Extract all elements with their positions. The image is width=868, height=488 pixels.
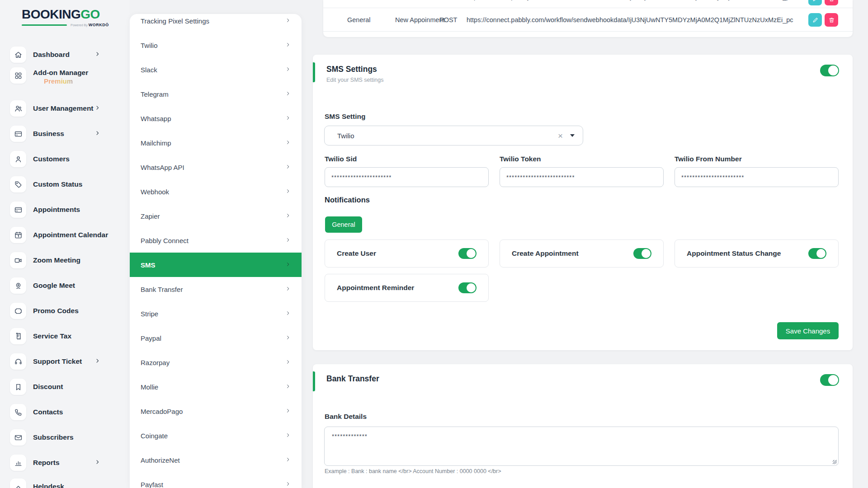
pencil-icon: [812, 0, 819, 2]
sidebar-item-subscribers[interactable]: Subscribers: [0, 425, 105, 450]
sidebar-item-support-ticket[interactable]: Support Ticket: [0, 349, 105, 374]
create-appointment-toggle[interactable]: [633, 248, 651, 259]
settings-nav-item-pabbly-connect[interactable]: Pabbly Connect: [130, 228, 302, 253]
twilio-token-input[interactable]: [500, 167, 664, 187]
save-changes-button[interactable]: Save Changes: [777, 322, 839, 339]
field-label: Twilio Sid: [325, 155, 489, 163]
settings-nav-item-mailchimp[interactable]: Mailchimp: [130, 131, 302, 155]
sidebar-item-custom-status[interactable]: Custom Status: [0, 172, 105, 197]
settings-panel: Tracking Pixel SettingsTwilioSlackTelegr…: [130, 14, 302, 488]
sidebar-item-reports[interactable]: Reports: [0, 450, 105, 475]
settings-nav-item-payfast[interactable]: Payfast: [130, 472, 302, 488]
settings-nav-item-stripe[interactable]: Stripe: [130, 301, 302, 326]
chevron-right-icon: [285, 188, 291, 196]
sms-settings-toggle[interactable]: [820, 65, 839, 76]
twilio-from-number-input[interactable]: [675, 167, 839, 187]
chevron-right-icon: [285, 383, 291, 391]
edit-button[interactable]: [808, 13, 822, 27]
table-row-partial: https://connect.pabbly.com/workflow/send…: [323, 0, 853, 8]
edit-button[interactable]: [808, 0, 822, 5]
settings-nav-item-webhook[interactable]: Webhook: [130, 179, 302, 204]
bank-details-helper: Example : Bank : bank name </br> Account…: [325, 468, 501, 474]
sms-setting-select[interactable]: Twilio ×: [324, 126, 583, 145]
sidebar-item-google-meet[interactable]: Google Meet: [0, 273, 105, 298]
settings-nav-item-bank-transfer[interactable]: Bank Transfer: [130, 277, 302, 301]
sidebar-item-label: Custom Status: [33, 180, 82, 188]
tag-icon: [10, 176, 26, 192]
card-accent-bar: [313, 62, 315, 82]
sidebar-item-label: Customers: [33, 155, 70, 163]
sidebar-item-discount[interactable]: Discount: [0, 374, 105, 399]
chevron-right-icon: [285, 236, 291, 244]
settings-nav-item-whatsapp[interactable]: Whatsapp: [130, 106, 302, 131]
chevron-right-icon: [285, 285, 291, 293]
resize-grip-icon[interactable]: [833, 460, 837, 464]
sidebar-item-label: Google Meet: [33, 282, 75, 290]
notification-toggles-grid: Create UserCreate AppointmentAppointment…: [325, 239, 839, 302]
settings-nav-label: Razorpay: [141, 359, 285, 366]
ticket-icon: [10, 303, 26, 319]
sidebar-item-contacts[interactable]: Contacts: [0, 399, 105, 425]
settings-nav-item-paypal[interactable]: Paypal: [130, 326, 302, 350]
twilio-fields-grid: Twilio SidTwilio TokenTwilio From Number: [325, 155, 839, 187]
toggle-card-appointment-reminder: Appointment Reminder: [325, 274, 489, 302]
chevron-right-icon: [94, 357, 100, 366]
sidebar-item-add-on-manager[interactable]: Add-on ManagerPremium: [0, 63, 105, 88]
settings-nav-item-zapier[interactable]: Zapier: [130, 204, 302, 228]
sidebar-item-user-management[interactable]: User Management: [0, 96, 105, 121]
delete-button[interactable]: [825, 13, 838, 27]
settings-nav-item-tracking-pixel-settings[interactable]: Tracking Pixel Settings: [130, 14, 302, 33]
sms-setting-label: SMS Setting: [325, 113, 365, 121]
clear-icon[interactable]: ×: [558, 131, 563, 140]
sidebar-item-appointments[interactable]: Appointments: [0, 197, 105, 222]
toggle-card-appointment-status-change: Appointment Status Change: [675, 239, 839, 267]
settings-nav-item-coingate[interactable]: Coingate: [130, 423, 302, 448]
sidebar-item-zoom-meeting[interactable]: Zoom Meeting: [0, 248, 105, 273]
settings-nav-item-mercadopago[interactable]: MercadoPago: [130, 399, 302, 423]
bank-details-label: Bank Details: [325, 413, 367, 421]
create-user-toggle[interactable]: [458, 248, 476, 259]
app-logo[interactable]: BOOKINGGO Powered By WORKDȮ: [22, 8, 112, 27]
chevron-right-icon: [94, 130, 100, 138]
chevron-right-icon: [285, 212, 291, 220]
appointment-reminder-toggle[interactable]: [458, 282, 476, 293]
chevron-right-icon: [285, 41, 291, 49]
settings-nav-label: Stripe: [141, 310, 285, 318]
sidebar-item-customers[interactable]: Customers: [0, 146, 105, 172]
sidebar-item-promo-codes[interactable]: Promo Codes: [0, 298, 105, 324]
delete-button[interactable]: [825, 0, 838, 5]
settings-nav-item-telegram[interactable]: Telegram: [130, 82, 302, 106]
sidebar-item-label: Reports: [33, 459, 60, 467]
settings-nav-item-whatsapp-api[interactable]: WhatsApp API: [130, 155, 302, 179]
twilio-sid-input[interactable]: [325, 167, 489, 187]
sms-settings-subtitle: Edit your SMS settings: [326, 77, 383, 83]
phone-icon: [10, 404, 26, 420]
home-icon: [10, 47, 26, 63]
chevron-right-icon: [285, 358, 291, 366]
sidebar-item-business[interactable]: Business: [0, 121, 105, 146]
sidebar-item-appointment-calendar[interactable]: Appointment Calendar: [0, 222, 105, 248]
settings-nav-item-razorpay[interactable]: Razorpay: [130, 350, 302, 375]
settings-nav-item-twilio[interactable]: Twilio: [130, 33, 302, 57]
field-block-twilio-sid: Twilio Sid: [325, 155, 489, 187]
chart-icon: [10, 455, 26, 471]
sidebar-item-helpdesk[interactable]: Helpdesk: [0, 474, 105, 488]
settings-nav-label: Twilio: [141, 42, 285, 49]
bank-details-textarea[interactable]: [324, 427, 839, 466]
appointment-status-change-toggle[interactable]: [808, 248, 826, 259]
cell-module: General: [347, 16, 371, 23]
settings-nav-item-mollie[interactable]: Mollie: [130, 375, 302, 399]
settings-nav-item-slack[interactable]: Slack: [130, 57, 302, 82]
settings-nav-label: Webhook: [141, 188, 285, 196]
general-tab[interactable]: General: [325, 216, 362, 233]
settings-nav-list: Tracking Pixel SettingsTwilioSlackTelegr…: [130, 14, 302, 488]
card-accent-bar: [313, 371, 315, 391]
calendar-icon: [10, 227, 26, 243]
settings-nav-item-sms[interactable]: SMS: [130, 253, 302, 277]
settings-nav-item-authorizenet[interactable]: AuthorizeNet: [130, 448, 302, 472]
bank-transfer-card: Bank Transfer Bank Details Example : Ban…: [313, 364, 853, 488]
card-icon: [10, 202, 26, 218]
notifications-title: Notifications: [325, 196, 370, 204]
sidebar-item-service-tax[interactable]: Service Tax: [0, 324, 105, 349]
bank-transfer-toggle[interactable]: [820, 374, 839, 386]
